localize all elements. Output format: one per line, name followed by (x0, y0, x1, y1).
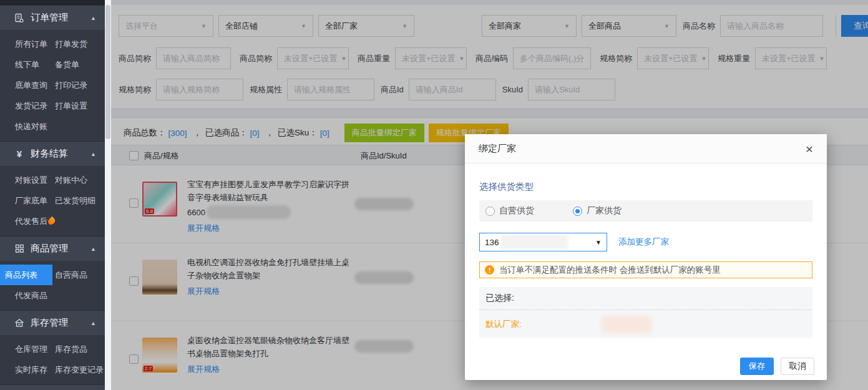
modal-footer: 保存 取消 (740, 358, 814, 375)
sidebar-items-inventory: 仓库管理 库存货品 实时库存 库存变更记录 (0, 335, 105, 384)
collapse-arrow-icon[interactable]: ▲ (90, 15, 96, 21)
sidebar-item-offline-order[interactable]: 线下单 (0, 54, 55, 75)
bind-factory-modal: 绑定厂家 × 选择供货类型 自营供货 厂家供货 136 ▼ 添加更多厂家 ! 当… (465, 134, 827, 380)
sidebar-items-products: 商品列表 自营商品 代发商品 (0, 261, 105, 310)
supply-type-heading: 选择供货类型 (479, 181, 812, 193)
sidebar-item-reconcile-settings[interactable]: 对账设置 (0, 170, 55, 190)
modal-header: 绑定厂家 × (465, 134, 827, 163)
redacted-value (500, 235, 568, 249)
sidebar-item-factory-receipt[interactable]: 厂家底单 (0, 190, 55, 211)
sidebar-item-print-record[interactable]: 打印记录 (55, 75, 105, 95)
warning-text: 当订单不满足配置的推送条件时 会推送到默认厂家的账号里 (499, 265, 721, 276)
sidebar: 订单管理 ▲ 所有订单 打单发货 线下单 备货单 底单查询 打印记录 发货记录 … (0, 0, 105, 390)
sidebar-section-finance[interactable]: ¥ 财务结算 ▲ (0, 141, 105, 166)
sidebar-section-inventory[interactable]: 库存管理 ▲ (0, 310, 105, 335)
chevron-down-icon: ▼ (595, 239, 602, 246)
add-more-factory-link[interactable]: 添加更多厂家 (618, 236, 669, 248)
sidebar-item-stock-change-log[interactable]: 库存变更记录 (55, 359, 105, 380)
sidebar-item-print-settings[interactable]: 打单设置 (55, 95, 105, 116)
sidebar-item-stock-goods[interactable]: 库存货品 (55, 339, 105, 359)
warehouse-icon (14, 318, 25, 328)
section-title: 财务结算 (31, 148, 68, 160)
modal-body: 选择供货类型 自营供货 厂家供货 136 ▼ 添加更多厂家 ! 当订单不满足配置… (465, 181, 827, 338)
sidebar-section-orders[interactable]: 订单管理 ▲ (0, 5, 105, 30)
warning-banner: ! 当订单不满足配置的推送条件时 会推送到默认厂家的账号里 (479, 261, 812, 278)
sidebar-item-stock-order[interactable]: 备货单 (55, 54, 105, 75)
sidebar-section-products[interactable]: 商品管理 ▲ (0, 236, 105, 261)
cancel-button[interactable]: 取消 (781, 358, 814, 375)
selected-panel: 已选择: 默认厂家: (479, 287, 812, 338)
redacted-value (602, 316, 651, 333)
sidebar-item-warehouse-mgmt[interactable]: 仓库管理 (0, 339, 55, 359)
yen-icon: ¥ (14, 149, 25, 159)
modal-title: 绑定厂家 (479, 143, 516, 155)
sidebar-item-all-orders[interactable]: 所有订单 (0, 34, 55, 54)
radio-self-supply[interactable]: 自营供货 (485, 205, 534, 217)
collapse-arrow-icon[interactable]: ▲ (90, 151, 96, 157)
sidebar-item-reconcile-center[interactable]: 对账中心 (55, 170, 105, 190)
grid-icon (14, 244, 25, 254)
sidebar-top-strip (0, 0, 105, 5)
sidebar-item-self-products[interactable]: 自营商品 (55, 265, 105, 285)
factory-select-row: 136 ▼ 添加更多厂家 (479, 233, 812, 251)
selected-label: 已选择: (479, 287, 812, 310)
sidebar-item-dropship-products[interactable]: 代发商品 (0, 285, 55, 306)
default-factory-label: 默认厂家: (485, 319, 522, 330)
scrollbar-thumb[interactable] (105, 5, 110, 139)
order-list-icon (14, 13, 25, 23)
close-icon[interactable]: × (806, 142, 813, 155)
radio-checked-icon[interactable] (573, 207, 582, 216)
section-title: 库存管理 (31, 317, 68, 329)
sidebar-item-shipped-detail[interactable]: 已发货明细 (55, 190, 105, 211)
sidebar-scrollbar[interactable] (105, 0, 111, 390)
section-title: 订单管理 (31, 12, 68, 24)
sidebar-items-orders: 所有订单 打单发货 线下单 备货单 底单查询 打印记录 发货记录 打单设置 快递… (0, 30, 105, 141)
collapse-arrow-icon[interactable]: ▲ (90, 246, 96, 252)
sidebar-item-ship-record[interactable]: 发货记录 (0, 95, 55, 116)
sidebar-item-product-list[interactable]: 商品列表 (0, 265, 52, 285)
sidebar-item-print-ship[interactable]: 打单发货 (55, 34, 105, 54)
supply-type-options: 自营供货 厂家供货 (479, 200, 812, 222)
save-button[interactable]: 保存 (740, 358, 774, 375)
radio-factory-supply[interactable]: 厂家供货 (573, 205, 622, 217)
radio-unchecked-icon[interactable] (485, 207, 495, 216)
sidebar-item-express-reconcile[interactable]: 快递对账 (0, 116, 55, 137)
sidebar-item-dropship-aftersale[interactable]: 代发售后 (0, 211, 55, 232)
sidebar-item-receipt-query[interactable]: 底单查询 (0, 75, 55, 95)
sidebar-item-realtime-stock[interactable]: 实时库存 (0, 359, 55, 380)
section-title: 商品管理 (31, 243, 68, 255)
warning-icon: ! (485, 265, 494, 275)
sidebar-items-finance: 对账设置 对账中心 厂家底单 已发货明细 代发售后 (0, 166, 105, 236)
collapse-arrow-icon[interactable]: ▲ (90, 320, 96, 326)
factory-dropdown[interactable]: 136 ▼ (479, 233, 607, 251)
fire-icon (47, 217, 57, 227)
sidebar-section-settings[interactable]: 系统设置 ▲ (0, 384, 105, 390)
